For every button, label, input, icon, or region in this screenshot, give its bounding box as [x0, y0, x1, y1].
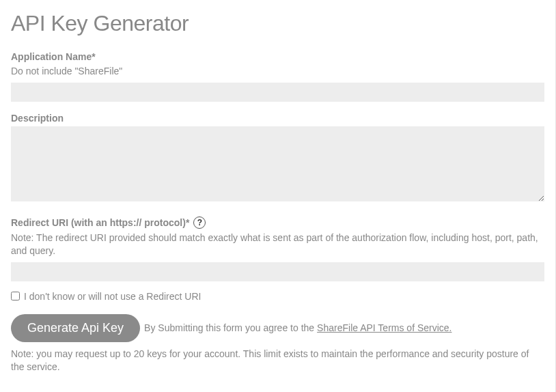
tos-prefix: By Submitting this form you agree to the — [144, 322, 314, 333]
app-name-group: Application Name* Do not include "ShareF… — [11, 51, 544, 102]
description-input[interactable] — [11, 126, 544, 201]
redirect-uri-input[interactable] — [11, 262, 544, 281]
no-redirect-label: I don't know or will not use a Redirect … — [24, 291, 201, 302]
app-name-label: Application Name* — [11, 51, 544, 62]
redirect-uri-label: Redirect URI (with an https:// protocol)… — [11, 217, 189, 228]
no-redirect-row: I don't know or will not use a Redirect … — [11, 291, 544, 302]
submit-row: Generate Api Key By Submitting this form… — [11, 314, 544, 342]
redirect-uri-group: Redirect URI (with an https:// protocol)… — [11, 216, 544, 281]
description-group: Description — [11, 113, 544, 204]
description-label: Description — [11, 113, 544, 124]
app-name-hint: Do not include "ShareFile" — [11, 65, 544, 79]
generate-api-key-button[interactable]: Generate Api Key — [11, 314, 140, 342]
page-title: API Key Generator — [11, 11, 544, 36]
app-name-input[interactable] — [11, 83, 544, 102]
footer-note: Note: you may request up to 20 keys for … — [11, 348, 544, 374]
no-redirect-checkbox[interactable] — [11, 292, 20, 300]
tos-link[interactable]: ShareFile API Terms of Service. — [317, 322, 451, 333]
redirect-uri-note: Note: The redirect URI provided should m… — [11, 232, 544, 258]
help-icon[interactable]: ? — [193, 216, 206, 229]
